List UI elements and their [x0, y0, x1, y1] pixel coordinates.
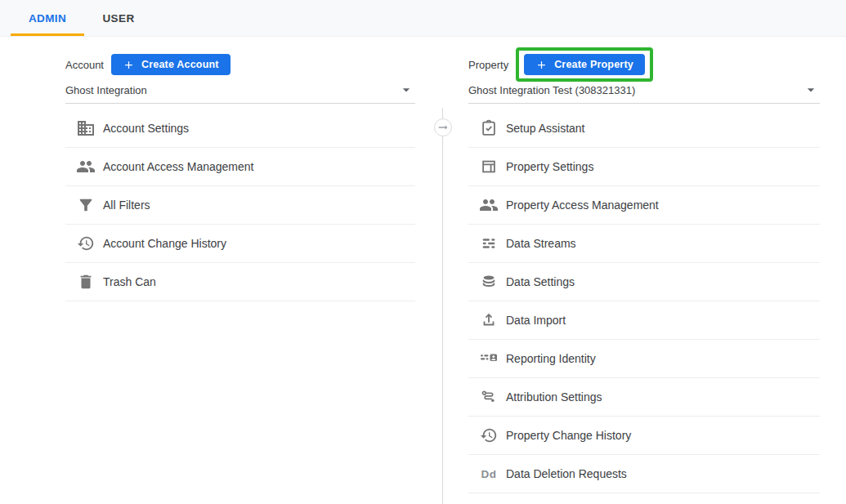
menu-item-label: All Filters — [103, 198, 150, 212]
plus-icon — [535, 59, 548, 71]
menu-item-label: Property Access Management — [506, 198, 659, 212]
property-selector-value: Ghost Integration Test (308321331) — [468, 84, 635, 96]
account-label: Account — [65, 59, 104, 71]
menu-item-trash-can[interactable]: Trash Can — [65, 263, 415, 301]
property-panel: Property Create Property Ghost Integrati… — [468, 47, 820, 493]
menu-item-property-change-history[interactable]: Property Change History — [468, 417, 820, 455]
streams-icon — [479, 234, 499, 253]
database-icon — [479, 272, 499, 292]
trash-icon — [76, 272, 96, 292]
menu-item-label: Property Change History — [506, 429, 631, 442]
menu-item-label: Trash Can — [103, 275, 156, 288]
account-menu: Account Settings Account Access Manageme… — [65, 109, 415, 301]
menu-item-label: Attribution Settings — [506, 390, 602, 404]
menu-item-account-access-management[interactable]: Account Access Management — [65, 148, 415, 186]
menu-item-label: Setup Assistant — [506, 122, 585, 135]
building-icon — [76, 118, 96, 138]
clipboard-check-icon — [479, 118, 499, 138]
menu-item-data-deletion-requests[interactable]: Dd Data Deletion Requests — [468, 455, 820, 493]
create-property-button[interactable]: Create Property — [524, 54, 645, 75]
chevron-down-icon — [803, 82, 819, 98]
people-icon — [479, 195, 499, 215]
column-divider — [442, 108, 443, 504]
layout-icon — [479, 157, 499, 176]
chevron-down-icon — [398, 82, 414, 98]
people-icon — [76, 157, 96, 176]
history-icon — [76, 234, 96, 253]
property-header: Property Create Property — [468, 47, 820, 83]
menu-item-label: Property Settings — [506, 160, 593, 173]
menu-item-account-settings[interactable]: Account Settings — [65, 109, 415, 148]
identity-card-icon — [479, 349, 499, 368]
menu-item-property-access-management[interactable]: Property Access Management — [468, 186, 820, 225]
menu-item-label: Data Streams — [506, 237, 576, 250]
account-selector-value: Ghost Integration — [65, 84, 147, 96]
menu-item-data-import[interactable]: Data Import — [468, 301, 820, 340]
arrow-right-icon — [436, 121, 450, 134]
menu-item-label: Account Access Management — [103, 160, 253, 173]
history-icon — [479, 426, 499, 445]
admin-user-tabbar: ADMIN USER — [0, 0, 846, 37]
tab-user[interactable]: USER — [84, 0, 153, 36]
menu-item-label: Reporting Identity — [506, 352, 596, 365]
create-property-button-label: Create Property — [554, 59, 633, 70]
property-label: Property — [468, 59, 508, 71]
menu-item-attribution-settings[interactable]: Attribution Settings — [468, 378, 820, 417]
property-selector[interactable]: Ghost Integration Test (308321331) — [468, 83, 820, 104]
create-account-button[interactable]: Create Account — [111, 54, 231, 75]
account-header: Account Create Account — [65, 47, 415, 83]
plus-icon — [123, 59, 135, 71]
menu-item-label: Data Settings — [506, 275, 575, 288]
menu-item-data-streams[interactable]: Data Streams — [468, 225, 820, 263]
upload-icon — [479, 310, 499, 330]
dd-text-icon: Dd — [479, 464, 499, 484]
annotation-highlight-box: Create Property — [516, 47, 653, 82]
create-account-button-label: Create Account — [141, 59, 219, 70]
menu-item-label: Account Settings — [103, 122, 189, 135]
menu-item-account-change-history[interactable]: Account Change History — [65, 225, 415, 263]
attribution-path-icon — [479, 387, 499, 407]
filter-icon — [76, 195, 96, 215]
menu-item-data-settings[interactable]: Data Settings — [468, 263, 820, 301]
menu-item-setup-assistant[interactable]: Setup Assistant — [468, 109, 820, 148]
menu-item-all-filters[interactable]: All Filters — [65, 186, 415, 225]
account-selector[interactable]: Ghost Integration — [65, 83, 415, 104]
menu-item-property-settings[interactable]: Property Settings — [468, 148, 820, 186]
menu-item-label: Data Deletion Requests — [506, 467, 627, 480]
menu-item-label: Account Change History — [103, 237, 226, 250]
account-panel: Account Create Account Ghost Integration… — [65, 47, 415, 301]
property-menu: Setup Assistant Property Settings Proper… — [468, 109, 820, 493]
move-to-property-button[interactable] — [434, 118, 452, 136]
menu-item-reporting-identity[interactable]: Reporting Identity — [468, 340, 820, 378]
menu-item-label: Data Import — [506, 314, 566, 327]
tab-admin[interactable]: ADMIN — [11, 0, 84, 36]
